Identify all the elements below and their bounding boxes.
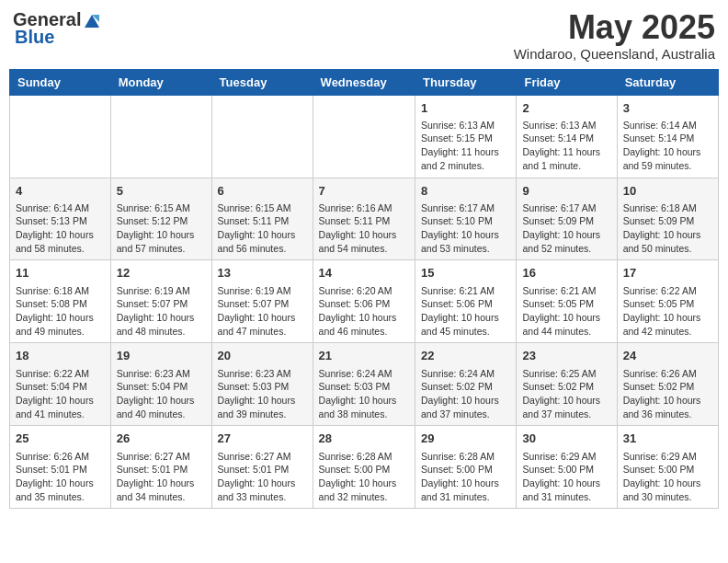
day-number: 3 (623, 100, 712, 117)
day-number: 30 (522, 431, 610, 447)
day-info: Sunrise: 6:21 AM Sunset: 5:05 PM Dayligh… (522, 285, 600, 337)
calendar-cell: 24Sunrise: 6:26 AM Sunset: 5:02 PM Dayli… (617, 343, 718, 426)
calendar-header-sunday: Sunday (10, 69, 111, 95)
calendar-header-row: SundayMondayTuesdayWednesdayThursdayFrid… (10, 69, 719, 95)
location-title: Windaroo, Queensland, Australia (514, 46, 715, 62)
calendar-cell: 31Sunrise: 6:29 AM Sunset: 5:00 PM Dayli… (617, 426, 718, 509)
day-info: Sunrise: 6:15 AM Sunset: 5:12 PM Dayligh… (117, 202, 195, 254)
day-info: Sunrise: 6:29 AM Sunset: 5:00 PM Dayligh… (623, 451, 701, 502)
calendar-header-friday: Friday (517, 69, 617, 95)
day-info: Sunrise: 6:24 AM Sunset: 5:03 PM Dayligh… (319, 368, 397, 419)
day-number: 11 (16, 265, 105, 282)
day-number: 6 (218, 183, 307, 200)
calendar-cell (211, 95, 313, 178)
calendar-cell: 12Sunrise: 6:19 AM Sunset: 5:07 PM Dayli… (110, 260, 211, 343)
calendar-cell: 22Sunrise: 6:24 AM Sunset: 5:02 PM Dayli… (415, 343, 517, 426)
day-number: 1 (421, 100, 510, 117)
day-number: 14 (319, 265, 409, 282)
day-number: 8 (421, 183, 510, 200)
day-number: 29 (421, 431, 510, 447)
title-section: May 2025 Windaroo, Queensland, Australia (514, 9, 715, 62)
day-number: 19 (117, 348, 206, 364)
day-info: Sunrise: 6:27 AM Sunset: 5:01 PM Dayligh… (218, 451, 296, 502)
logo: General Blue (13, 9, 101, 48)
calendar-cell: 20Sunrise: 6:23 AM Sunset: 5:03 PM Dayli… (211, 343, 313, 426)
day-number: 28 (319, 431, 409, 447)
calendar-table: SundayMondayTuesdayWednesdayThursdayFrid… (9, 69, 719, 510)
calendar-cell: 25Sunrise: 6:26 AM Sunset: 5:01 PM Dayli… (10, 426, 111, 509)
day-info: Sunrise: 6:27 AM Sunset: 5:01 PM Dayligh… (117, 451, 195, 502)
day-number: 31 (623, 431, 712, 447)
page-header: General Blue May 2025 Windaroo, Queensla… (9, 9, 719, 62)
calendar-cell: 11Sunrise: 6:18 AM Sunset: 5:08 PM Dayli… (10, 260, 111, 343)
day-number: 9 (522, 183, 610, 200)
day-number: 26 (117, 431, 206, 447)
day-info: Sunrise: 6:26 AM Sunset: 5:02 PM Dayligh… (623, 368, 701, 419)
calendar-week-row: 25Sunrise: 6:26 AM Sunset: 5:01 PM Dayli… (10, 426, 719, 509)
calendar-cell: 21Sunrise: 6:24 AM Sunset: 5:03 PM Dayli… (313, 343, 415, 426)
day-info: Sunrise: 6:18 AM Sunset: 5:09 PM Dayligh… (623, 202, 701, 254)
month-title: May 2025 (514, 9, 715, 46)
day-number: 12 (117, 265, 206, 282)
day-number: 23 (522, 348, 610, 364)
day-info: Sunrise: 6:13 AM Sunset: 5:14 PM Dayligh… (522, 120, 600, 171)
day-number: 2 (522, 100, 610, 117)
day-info: Sunrise: 6:21 AM Sunset: 5:06 PM Dayligh… (421, 285, 499, 337)
day-info: Sunrise: 6:16 AM Sunset: 5:11 PM Dayligh… (319, 202, 397, 254)
calendar-cell: 4Sunrise: 6:14 AM Sunset: 5:13 PM Daylig… (10, 178, 111, 260)
calendar-cell: 5Sunrise: 6:15 AM Sunset: 5:12 PM Daylig… (110, 178, 211, 260)
logo-icon (83, 11, 101, 29)
day-info: Sunrise: 6:19 AM Sunset: 5:07 PM Dayligh… (218, 285, 296, 337)
calendar-week-row: 4Sunrise: 6:14 AM Sunset: 5:13 PM Daylig… (10, 178, 719, 260)
calendar-cell: 27Sunrise: 6:27 AM Sunset: 5:01 PM Dayli… (211, 426, 313, 509)
day-info: Sunrise: 6:17 AM Sunset: 5:10 PM Dayligh… (421, 202, 499, 254)
day-info: Sunrise: 6:29 AM Sunset: 5:00 PM Dayligh… (522, 451, 600, 502)
day-number: 18 (16, 348, 105, 364)
day-number: 13 (218, 265, 307, 282)
day-number: 7 (319, 183, 409, 200)
calendar-cell: 3Sunrise: 6:14 AM Sunset: 5:14 PM Daylig… (617, 95, 718, 178)
calendar-cell: 9Sunrise: 6:17 AM Sunset: 5:09 PM Daylig… (517, 178, 617, 260)
day-info: Sunrise: 6:22 AM Sunset: 5:05 PM Dayligh… (623, 285, 701, 337)
day-info: Sunrise: 6:23 AM Sunset: 5:03 PM Dayligh… (218, 368, 296, 419)
calendar-cell: 15Sunrise: 6:21 AM Sunset: 5:06 PM Dayli… (415, 260, 517, 343)
calendar-cell: 18Sunrise: 6:22 AM Sunset: 5:04 PM Dayli… (10, 343, 111, 426)
calendar-week-row: 18Sunrise: 6:22 AM Sunset: 5:04 PM Dayli… (10, 343, 719, 426)
calendar-cell: 1Sunrise: 6:13 AM Sunset: 5:15 PM Daylig… (415, 95, 517, 178)
calendar-cell: 2Sunrise: 6:13 AM Sunset: 5:14 PM Daylig… (517, 95, 617, 178)
logo-blue-text: Blue (13, 27, 54, 48)
calendar-cell: 14Sunrise: 6:20 AM Sunset: 5:06 PM Dayli… (313, 260, 415, 343)
calendar-header-thursday: Thursday (415, 69, 517, 95)
calendar-cell: 29Sunrise: 6:28 AM Sunset: 5:00 PM Dayli… (415, 426, 517, 509)
day-number: 25 (16, 431, 105, 447)
calendar-cell (10, 95, 111, 178)
day-info: Sunrise: 6:17 AM Sunset: 5:09 PM Dayligh… (522, 202, 600, 254)
calendar-header-wednesday: Wednesday (313, 69, 415, 95)
day-number: 15 (421, 265, 510, 282)
day-info: Sunrise: 6:20 AM Sunset: 5:06 PM Dayligh… (319, 285, 397, 337)
calendar-header-saturday: Saturday (617, 69, 718, 95)
calendar-cell: 10Sunrise: 6:18 AM Sunset: 5:09 PM Dayli… (617, 178, 718, 260)
calendar-week-row: 1Sunrise: 6:13 AM Sunset: 5:15 PM Daylig… (10, 95, 719, 178)
calendar-cell (313, 95, 415, 178)
calendar-cell: 23Sunrise: 6:25 AM Sunset: 5:02 PM Dayli… (517, 343, 617, 426)
calendar-cell: 8Sunrise: 6:17 AM Sunset: 5:10 PM Daylig… (415, 178, 517, 260)
day-info: Sunrise: 6:13 AM Sunset: 5:15 PM Dayligh… (421, 120, 499, 171)
calendar-cell: 6Sunrise: 6:15 AM Sunset: 5:11 PM Daylig… (211, 178, 313, 260)
day-number: 21 (319, 348, 409, 364)
day-number: 16 (522, 265, 610, 282)
calendar-header-tuesday: Tuesday (211, 69, 313, 95)
calendar-cell (110, 95, 211, 178)
day-info: Sunrise: 6:24 AM Sunset: 5:02 PM Dayligh… (421, 368, 499, 419)
day-number: 5 (117, 183, 206, 200)
calendar-cell: 7Sunrise: 6:16 AM Sunset: 5:11 PM Daylig… (313, 178, 415, 260)
day-info: Sunrise: 6:22 AM Sunset: 5:04 PM Dayligh… (16, 368, 94, 419)
day-number: 27 (218, 431, 307, 447)
day-info: Sunrise: 6:26 AM Sunset: 5:01 PM Dayligh… (16, 451, 94, 502)
day-info: Sunrise: 6:19 AM Sunset: 5:07 PM Dayligh… (117, 285, 195, 337)
day-number: 10 (623, 183, 712, 200)
calendar-cell: 19Sunrise: 6:23 AM Sunset: 5:04 PM Dayli… (110, 343, 211, 426)
day-number: 22 (421, 348, 510, 364)
day-info: Sunrise: 6:28 AM Sunset: 5:00 PM Dayligh… (421, 451, 499, 502)
day-number: 24 (623, 348, 712, 364)
